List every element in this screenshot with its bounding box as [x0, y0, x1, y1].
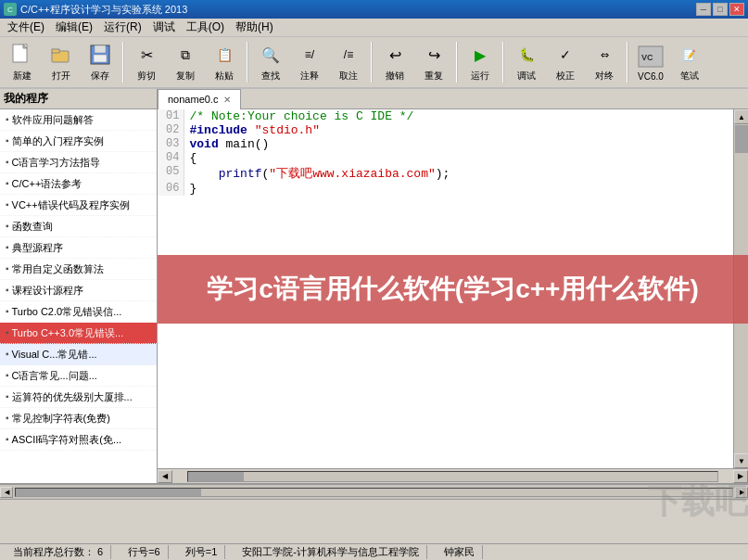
toolbar-sep-5 [502, 42, 504, 83]
bullet: ▪ [6, 410, 9, 426]
redo-button[interactable]: ↪ 重复 [415, 39, 452, 85]
menu-debug[interactable]: 调试 [147, 18, 181, 37]
new-label: 新建 [13, 70, 32, 83]
align-button[interactable]: ⇔ 对终 [586, 39, 623, 85]
hscroll-right-button[interactable]: ▶ [733, 470, 748, 483]
close-button[interactable]: ✕ [729, 3, 744, 16]
check-button[interactable]: ✓ 校正 [547, 39, 584, 85]
sidebar-item-clang[interactable]: ▪ C语言学习方法指导 [0, 152, 157, 173]
copy-icon: ⧉ [172, 42, 198, 68]
bullet: ▪ [6, 239, 9, 256]
minimize-button[interactable]: ─ [696, 3, 711, 16]
bottom-hscroll-thumb[interactable] [16, 489, 201, 496]
sidebar-item-software[interactable]: ▪ 软件应用问题解答 [0, 109, 157, 131]
line-number: 03 [158, 137, 184, 151]
sidebar-item-label: 简单的入门程序实例 [12, 133, 104, 149]
sidebar-item-label: Visual C...常见错... [12, 346, 97, 363]
hscroll-thumb[interactable] [188, 472, 244, 481]
open-icon [48, 42, 74, 68]
sidebar-item-turbo3[interactable]: ▪ Turbo C++3.0常见错误... [0, 323, 157, 344]
editor-area: noname0.c ✕ 01 /* Note:Your choice is C … [158, 89, 748, 483]
code-table: 01 /* Note:Your choice is C IDE */ 02 #i… [158, 109, 733, 196]
status-school: 安阳工学院-计算机科学与信息工程学院 [235, 545, 427, 559]
hscroll-left-button[interactable]: ◀ [158, 470, 172, 483]
bullet: ▪ [6, 388, 9, 405]
new-button[interactable]: 新建 [4, 39, 41, 85]
line-number: 04 [158, 151, 184, 165]
sidebar-item-ascii[interactable]: ▪ ASCII码字符对照表(免... [0, 429, 157, 451]
scroll-thumb[interactable] [735, 125, 748, 153]
menu-edit[interactable]: 编辑(E) [50, 18, 98, 37]
line-number: 01 [158, 109, 184, 123]
note-button[interactable]: 📝 笔试 [671, 39, 708, 85]
code-line-5: 05 printf("下载吧www.xiazaiba.com"); [158, 165, 733, 182]
bullet: ▪ [6, 325, 9, 341]
vc-button[interactable]: VC VC6.0 [632, 39, 669, 85]
editor-tab-file[interactable]: noname0.c ✕ [158, 89, 241, 109]
paste-button[interactable]: 📋 粘贴 [206, 39, 243, 85]
sidebar-item-label: 运算符的优先级别大厦排... [12, 388, 133, 405]
sidebar-item-intro[interactable]: ▪ 简单的入门程序实例 [0, 131, 157, 152]
sidebar-item-visualc[interactable]: ▪ Visual C...常见错... [0, 344, 157, 365]
find-button[interactable]: 🔍 查找 [252, 39, 289, 85]
code-line-2: 02 #include "stdio.h" [158, 123, 733, 137]
run-button[interactable]: ▶ 运行 [462, 39, 499, 85]
cut-label: 剪切 [137, 70, 156, 83]
sidebar-item-priority[interactable]: ▪ 运算符的优先级别大厦排... [0, 387, 157, 408]
sidebar-item-label: C语言常见...问题... [12, 367, 97, 384]
sidebar-item-control[interactable]: ▪ 常见控制字符表(免费) [0, 408, 157, 429]
check-label: 校正 [556, 70, 575, 83]
sidebar-item-grammar[interactable]: ▪ C/C++语法参考 [0, 173, 157, 195]
scroll-up-button[interactable]: ▲ [734, 109, 748, 124]
sidebar-item-custom[interactable]: ▪ 常用自定义函数算法 [0, 259, 157, 280]
bullet: ▪ [6, 111, 9, 128]
toolbar-sep-3 [371, 42, 373, 83]
check-icon: ✓ [552, 42, 578, 68]
cut-button[interactable]: ✂ 剪切 [128, 39, 165, 85]
menu-file[interactable]: 文件(E) [2, 18, 50, 37]
svg-text:VC: VC [641, 53, 653, 62]
menu-help[interactable]: 帮助(H) [230, 18, 279, 37]
copy-button[interactable]: ⧉ 复制 [167, 39, 204, 85]
line-number: 05 [158, 165, 184, 182]
status-bar: 当前程序总行数： 6 行号=6 列号=1 安阳工学院-计算机科学与信息工程学院 … [0, 543, 748, 560]
sidebar-item-c-common[interactable]: ▪ C语言常见...问题... [0, 365, 157, 387]
align-label: 对终 [595, 70, 614, 83]
sidebar-item-curriculum[interactable]: ▪ 课程设计源程序 [0, 280, 157, 301]
bottom-hscroll-right[interactable]: ▶ [735, 487, 748, 498]
cut-icon: ✂ [133, 42, 159, 68]
code-content: /* Note:Your choice is C IDE */ [184, 109, 733, 123]
sidebar-header: 我的程序 [0, 89, 157, 109]
code-content: { [184, 151, 733, 165]
comment-button[interactable]: ≡/ 注释 [291, 39, 328, 85]
bullet: ▪ [6, 133, 9, 149]
menu-tools[interactable]: 工具(O) [181, 18, 230, 37]
sidebar-item-label: 课程设计源程序 [12, 282, 83, 299]
sidebar-item-typical[interactable]: ▪ 典型源程序 [0, 237, 157, 259]
maximize-button[interactable]: □ [713, 3, 728, 16]
bookmark-button[interactable]: /≡ 取注 [330, 39, 367, 85]
bottom-hscroll-left[interactable]: ◀ [0, 487, 13, 498]
status-total-lines: 当前程序总行数： 6 [6, 545, 111, 559]
sidebar-item-turbo2[interactable]: ▪ Turbo C2.0常见错误信... [0, 301, 157, 323]
undo-button[interactable]: ↩ 撤销 [376, 39, 413, 85]
sidebar-item-label: 软件应用问题解答 [12, 111, 94, 128]
scroll-down-button[interactable]: ▼ [734, 453, 748, 468]
align-icon: ⇔ [591, 42, 617, 68]
open-button[interactable]: 打开 [43, 39, 80, 85]
svg-rect-3 [52, 49, 59, 53]
redo-icon: ↪ [421, 42, 447, 68]
new-icon [9, 42, 35, 68]
save-button[interactable]: 保存 [82, 39, 119, 85]
menu-run[interactable]: 运行(R) [98, 18, 147, 37]
debug-label: 调试 [517, 70, 536, 83]
editor-tab-bar: noname0.c ✕ [158, 89, 748, 109]
debug-button[interactable]: 🐛 调试 [508, 39, 545, 85]
bullet: ▪ [6, 175, 9, 192]
code-content: void main() [184, 137, 733, 151]
sidebar-item-vc-errors[interactable]: ▪ VC++错误代码及程序实例 [0, 195, 157, 216]
overlay-banner: 学习c语言用什么软件(学习c++用什么软件) [158, 255, 748, 324]
tab-close-button[interactable]: ✕ [223, 95, 231, 105]
sidebar-item-functions[interactable]: ▪ 函数查询 [0, 216, 157, 237]
app-title: C/C++程序设计学习与实验系统 2013 [20, 3, 187, 17]
